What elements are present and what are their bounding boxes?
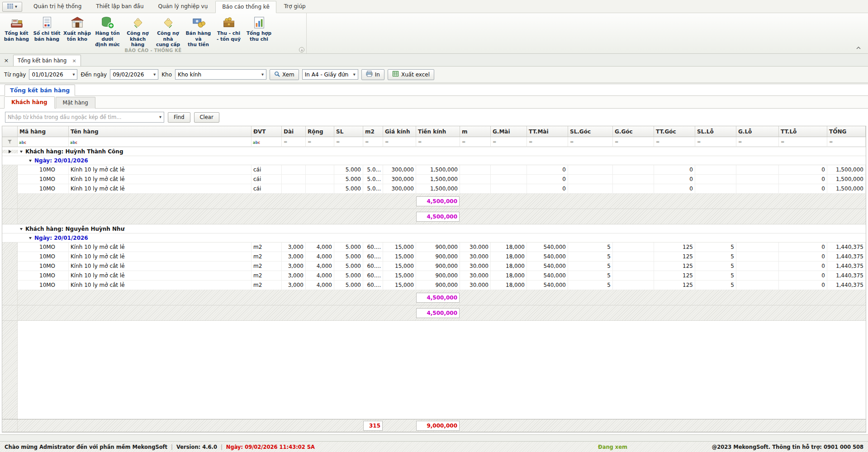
equals-filter-icon[interactable]: = (365, 140, 369, 144)
table-row[interactable]: 10MOKính 10 ly mở cắt lẻm23,0004,0005.00… (2, 271, 866, 281)
warehouse-select[interactable]: Kho kính ▼ (175, 69, 266, 80)
ribbon-button-sales-summary[interactable]: Tổng kếtbán hàng (1, 14, 32, 48)
table-row[interactable]: 10MOKính 10 ly mở cắt lẻcái5.0005.0...30… (2, 165, 866, 175)
ribbon-tab-initial-setup[interactable]: Thiết lập ban đầu (89, 0, 150, 13)
ribbon-button-sales-and-cash[interactable]: Bán hàng vàthu tiền (183, 14, 213, 48)
column-header-g_goc[interactable]: G.Góc (613, 126, 654, 137)
table-row[interactable]: 10MOKính 10 ly mở cắt lẻm23,0004,0005.00… (2, 262, 866, 271)
column-header-ten[interactable]: Tên hàng (69, 126, 251, 137)
expand-triangle-icon[interactable] (29, 237, 32, 239)
ribbon-button-cash-fund[interactable]: Thu - chi- tồn quỹ (213, 14, 244, 48)
filter-cell-rong[interactable]: = (306, 137, 334, 147)
to-date-input[interactable]: 09/02/2026 ▼ (110, 69, 158, 80)
view-button[interactable]: Xem (270, 69, 299, 80)
equals-filter-icon[interactable]: = (307, 140, 311, 144)
column-header-m[interactable]: m (460, 126, 491, 137)
tab-close-icon[interactable]: × (72, 58, 76, 64)
chevron-down-icon[interactable]: ▼ (157, 112, 164, 122)
column-header-gia_kinh[interactable]: Giá kính (383, 126, 416, 137)
ribbon-tab-system-admin[interactable]: Quản trị hệ thống (27, 0, 88, 13)
expand-triangle-icon[interactable] (29, 160, 32, 162)
filter-cell-sl_lo[interactable]: = (695, 137, 736, 147)
column-header-tt_mai[interactable]: TT.Mài (527, 126, 568, 137)
document-tab-sales-summary[interactable]: Tổng kết bán hàng × (13, 55, 81, 66)
equals-filter-icon[interactable]: = (417, 140, 422, 144)
ribbon-button-stock-below-min[interactable]: Hàng tồn dướiđịnh mức (92, 14, 123, 48)
ribbon-group-more-button[interactable] (299, 47, 304, 52)
ribbon-collapse-button[interactable] (854, 44, 863, 52)
column-header-g_lo[interactable]: G.Lỗ (736, 126, 779, 137)
column-header-g_mai[interactable]: G.Mài (491, 126, 527, 137)
table-row[interactable]: 10MOKính 10 ly mở cắt lẻm23,0004,0005.00… (2, 243, 866, 252)
filter-cell-ten[interactable]: abc (69, 137, 251, 147)
column-header-sl_lo[interactable]: SL.Lỗ (695, 126, 736, 137)
column-header-dai[interactable]: Dài (282, 126, 306, 137)
customer-group-row[interactable]: Khách hàng: Nguyễn Huỳnh Như (2, 224, 866, 233)
filter-cell-tt_goc[interactable]: = (654, 137, 695, 147)
filter-cell-g_goc[interactable]: = (613, 137, 654, 147)
equals-filter-icon[interactable]: = (780, 140, 784, 144)
filter-cell-tien_kinh[interactable]: = (416, 137, 460, 147)
print-format-select[interactable]: In A4 - Giấy đứn ▼ (302, 69, 358, 80)
filter-cell-gia_kinh[interactable]: = (383, 137, 416, 147)
date-group-row[interactable]: Ngày: 20/01/2026 (2, 156, 866, 165)
equals-filter-icon[interactable]: = (614, 140, 618, 144)
column-header-m2[interactable]: m2 (363, 126, 383, 137)
table-row[interactable]: 10MOKính 10 ly mở cắt lẻm23,0004,0005.00… (2, 252, 866, 262)
column-header-sl[interactable]: SL (334, 126, 363, 137)
filter-cell-tong[interactable]: = (827, 137, 866, 147)
filter-cell-g_mai[interactable]: = (491, 137, 527, 147)
column-header-ma[interactable]: Mã hàng (18, 126, 69, 137)
column-header-tien_kinh[interactable]: Tiền kính (416, 126, 460, 137)
column-header-tong[interactable]: TỔNG (827, 126, 866, 137)
equals-filter-icon[interactable]: = (283, 140, 287, 144)
ribbon-tab-business[interactable]: Quản lý nghiệp vụ (152, 0, 215, 13)
filter-cell-g_lo[interactable]: = (736, 137, 779, 147)
export-excel-button[interactable]: Xuất excel (388, 69, 434, 80)
ribbon-button-customer-debt[interactable]: Công nợkhách hàng (123, 14, 153, 48)
filter-cell-m[interactable]: = (460, 137, 491, 147)
filter-cell-tt_mai[interactable]: = (527, 137, 568, 147)
equals-filter-icon[interactable]: = (569, 140, 574, 144)
print-button[interactable]: In (361, 69, 384, 80)
filter-cell-dvt[interactable]: abc (251, 137, 282, 147)
filter-cell-m2[interactable]: = (363, 137, 383, 147)
equals-filter-icon[interactable]: = (461, 140, 465, 144)
column-header-tt_goc[interactable]: TT.Góc (654, 126, 695, 137)
filter-cell-sl_goc[interactable]: = (568, 137, 613, 147)
customer-group-row[interactable]: Khách hàng: Huỳnh Thành Công (2, 147, 866, 156)
app-menu-button[interactable]: ▼ (2, 2, 22, 12)
find-button[interactable]: Find (168, 112, 190, 123)
ribbon-tab-help[interactable]: Trợ giúp (277, 0, 313, 13)
column-header-rong[interactable]: Rộng (306, 126, 334, 137)
text-filter-icon[interactable]: abc (70, 139, 77, 145)
tab-customers[interactable]: Khách hàng (4, 96, 55, 109)
ribbon-button-sales-detail[interactable]: Sổ chi tiếtbán hàng (32, 14, 62, 48)
table-row[interactable]: 10MOKính 10 ly mở cắt lẻcái5.0005.0...30… (2, 184, 866, 194)
chevron-down-icon[interactable]: ▼ (70, 70, 77, 79)
equals-filter-icon[interactable]: = (697, 140, 701, 144)
filter-cell-dai[interactable]: = (282, 137, 306, 147)
date-group-row[interactable]: Ngày: 20/01/2026 (2, 233, 866, 243)
ribbon-button-income-expense[interactable]: Tổng hợpthu chi (244, 14, 274, 48)
search-input[interactable]: Nhập từ khóa trong dấu ngoặc kép để tìm.… (5, 112, 164, 123)
text-filter-icon[interactable]: abc (19, 139, 26, 145)
table-row[interactable]: 10MOKính 10 ly mở cắt lẻm23,0004,0005.00… (2, 281, 866, 290)
equals-filter-icon[interactable]: = (528, 140, 532, 144)
expand-triangle-icon[interactable] (20, 151, 23, 153)
equals-filter-icon[interactable]: = (829, 140, 833, 144)
equals-filter-icon[interactable]: = (336, 140, 340, 144)
column-header-tt_lo[interactable]: TT.Lỗ (779, 126, 827, 137)
filter-cell-ma[interactable]: abc (18, 137, 69, 147)
filter-cell-sl[interactable]: = (334, 137, 363, 147)
equals-filter-icon[interactable]: = (655, 140, 659, 144)
table-row[interactable]: 10MOKính 10 ly mở cắt lẻcái5.0005.0...30… (2, 175, 866, 184)
equals-filter-icon[interactable]: = (738, 140, 742, 144)
clear-button[interactable]: Clear (194, 112, 219, 123)
report-title-tab[interactable]: Tổng kết bán hàng (5, 85, 75, 96)
equals-filter-icon[interactable]: = (492, 140, 496, 144)
from-date-input[interactable]: 01/01/2026 ▼ (29, 69, 77, 80)
chevron-down-icon[interactable]: ▼ (351, 70, 358, 79)
ribbon-tab-reports[interactable]: Báo cáo thống kê (215, 1, 276, 13)
chevron-down-icon[interactable]: ▼ (151, 70, 158, 79)
